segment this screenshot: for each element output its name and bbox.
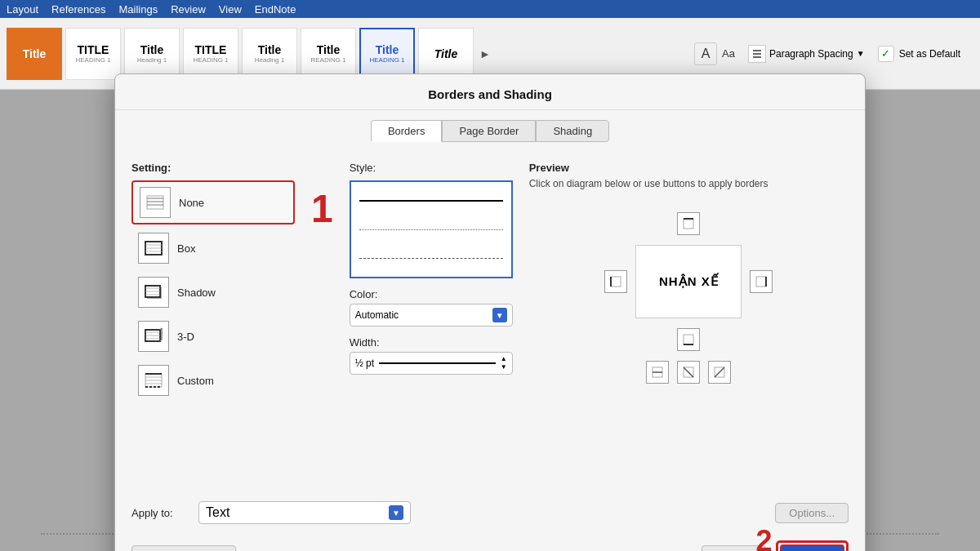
preview-diag2-btn[interactable] (708, 361, 731, 384)
setting-3d[interactable]: 3-D (131, 316, 295, 357)
ok-area: 2 OK (776, 540, 849, 551)
color-dropdown[interactable]: Automatic ▼ (350, 304, 513, 327)
setting-box[interactable]: Box (131, 228, 295, 269)
apply-to-label: Apply to: (131, 507, 189, 519)
step-2-label: 2 (755, 524, 772, 551)
styles-row: Title TITLE HEADING 1 Title Heading 1 TI… (7, 28, 493, 80)
none-label: None (179, 197, 204, 209)
set-default-checkbox[interactable]: ✓ (878, 46, 894, 62)
setting-label: Setting: (131, 162, 295, 174)
menu-view[interactable]: View (219, 3, 242, 16)
style-thumb-7[interactable]: Title (418, 28, 474, 80)
svg-rect-31 (611, 277, 621, 287)
style-line-dotted[interactable] (359, 229, 503, 230)
width-label: Width: (350, 336, 513, 349)
preview-top-row (677, 212, 700, 235)
tab-page-border[interactable]: Page Border (442, 120, 536, 142)
paragraph-spacing-button[interactable]: Paragraph Spacing ▼ (748, 45, 865, 63)
preview-left-border-btn[interactable] (604, 270, 627, 293)
preview-label: Preview (529, 162, 849, 174)
ok-button[interactable]: OK (780, 544, 845, 551)
box-icon (138, 233, 169, 264)
style-thumb-4[interactable]: Title Heading 1 (242, 28, 297, 80)
ribbon-right: A Aa Paragraph Spacing ▼ ✓ Set as Defaul… (694, 42, 973, 65)
style-thumb-6-selected[interactable]: Title HEADING 1 (359, 28, 415, 80)
3d-label: 3-D (177, 331, 194, 343)
menu-references[interactable]: References (51, 3, 105, 16)
menu-endnote[interactable]: EndNote (255, 3, 296, 16)
preview-bottom-border-btn[interactable] (677, 328, 700, 351)
custom-icon (138, 365, 169, 396)
style-thumb-1[interactable]: TITLE HEADING 1 (65, 28, 121, 80)
ok-border-wrapper: OK (776, 540, 849, 551)
horizontal-line-button[interactable]: Horizontal Line... (131, 545, 236, 551)
style-panel: Style: Color: Automatic ▼ Width: ½ pt ▲ … (350, 162, 513, 478)
style-thumb-title-orange[interactable]: Title (7, 28, 62, 80)
color-label: Color: (350, 288, 513, 300)
tab-borders[interactable]: Borders (371, 120, 443, 142)
setting-none[interactable]: None (131, 180, 295, 224)
setting-custom[interactable]: Custom (131, 360, 295, 401)
box-label: Box (177, 242, 195, 255)
style-thumb-3[interactable]: TITLE HEADING 1 (183, 28, 238, 80)
preview-text-box: NHẬN XẾ (635, 245, 742, 318)
apply-to-select[interactable]: Text ▼ (198, 501, 411, 524)
setting-shadow[interactable]: Shadow (131, 272, 295, 313)
paragraph-spacing-label: Paragraph Spacing (769, 48, 853, 60)
style-thumb-2[interactable]: Title Heading 1 (124, 28, 180, 80)
paragraph-spacing-chevron: ▼ (857, 49, 865, 58)
style-line-solid[interactable] (359, 200, 503, 202)
preview-diag1-btn[interactable] (677, 361, 700, 384)
set-default-area: ✓ Set as Default (878, 46, 960, 62)
apply-to-row: Apply to: Text ▼ Options... (115, 491, 865, 531)
modal-tabs: Borders Page Border Shading (115, 110, 865, 149)
3d-icon (138, 321, 169, 352)
preview-bottom-row (677, 328, 700, 351)
apply-to-arrow: ▼ (389, 505, 403, 520)
modal-footer: Horizontal Line... Cancel 2 OK (115, 531, 865, 551)
step-1-label: 1 (311, 186, 333, 231)
svg-rect-29 (684, 219, 693, 229)
custom-label: Custom (177, 375, 214, 387)
svg-rect-35 (684, 335, 693, 344)
width-line-preview (379, 362, 496, 364)
preview-panel: Preview Click on diagram below or use bu… (529, 162, 849, 478)
setting-panel: Setting: None (131, 162, 295, 478)
modal-title: Borders and Shading (115, 74, 865, 110)
preview-right-border-btn[interactable] (750, 270, 773, 293)
font-area: A Aa (694, 42, 735, 65)
menu-mailings[interactable]: Mailings (119, 3, 158, 16)
preview-middle-row: NHẬN XẾ (604, 245, 773, 318)
style-label: Style: (350, 162, 513, 174)
set-as-default-label[interactable]: Set as Default (899, 48, 960, 60)
color-dropdown-arrow: ▼ (492, 308, 507, 322)
preview-top-border-btn[interactable] (677, 212, 700, 235)
borders-shading-dialog: Borders and Shading Borders Page Border … (114, 73, 866, 551)
options-button[interactable]: Options... (775, 503, 849, 523)
preview-extra-btns (646, 361, 731, 384)
para-spacing-icon (748, 45, 766, 63)
shadow-icon (138, 277, 169, 308)
style-box (350, 180, 513, 278)
preview-description: Click on diagram below or use buttons to… (529, 177, 849, 191)
menu-bar: Layout References Mailings Review View E… (0, 0, 980, 18)
modal-body: Setting: None (115, 149, 865, 491)
styles-scroll-right[interactable]: ► (477, 28, 493, 80)
font-icon[interactable]: A (694, 42, 717, 65)
style-thumb-5[interactable]: Title READING 1 (301, 28, 356, 80)
width-arrows: ▲ ▼ (501, 356, 507, 371)
style-line-dashed[interactable] (359, 258, 503, 259)
menu-layout[interactable]: Layout (7, 3, 38, 16)
preview-horiz-btn[interactable] (646, 361, 669, 384)
width-dropdown[interactable]: ½ pt ▲ ▼ (350, 352, 513, 375)
preview-area: NHẬN XẾ (529, 204, 849, 392)
svg-rect-3 (147, 196, 163, 209)
svg-rect-33 (756, 277, 766, 287)
tab-shading[interactable]: Shading (536, 120, 609, 142)
menu-review[interactable]: Review (171, 3, 206, 16)
none-icon (140, 187, 171, 218)
shadow-label: Shadow (177, 287, 216, 299)
